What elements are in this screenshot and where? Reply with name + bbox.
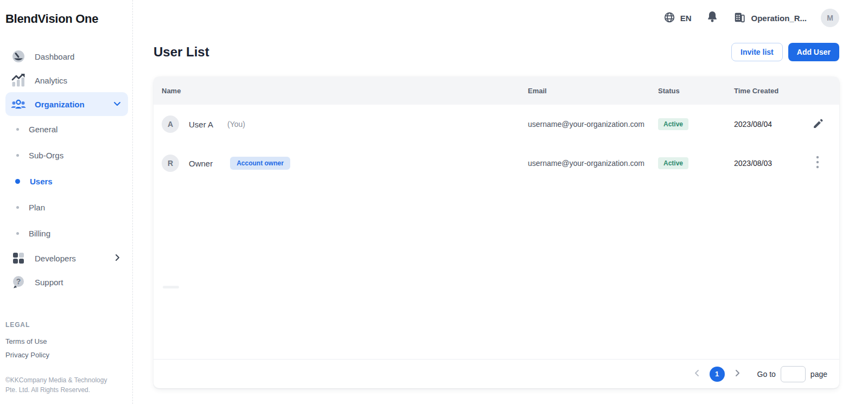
privacy-policy-link[interactable]: Privacy Policy bbox=[5, 351, 128, 359]
sidebar-item-label: Organization bbox=[35, 100, 104, 109]
next-page-button[interactable] bbox=[730, 367, 744, 381]
current-page-button[interactable]: 1 bbox=[710, 367, 725, 382]
row-menu-button[interactable] bbox=[796, 156, 839, 171]
brand-logo: BlendVision One bbox=[5, 12, 128, 26]
page-label: page bbox=[810, 370, 827, 379]
status-badge: Active bbox=[658, 118, 688, 130]
sidebar-item-label: General bbox=[29, 125, 58, 134]
add-user-button[interactable]: Add User bbox=[788, 43, 839, 61]
time-created: 2023/08/03 bbox=[734, 159, 796, 168]
bullet-icon bbox=[16, 232, 19, 235]
previous-page-button[interactable] bbox=[690, 367, 704, 381]
pencil-icon bbox=[812, 118, 823, 131]
user-table-card: Name Email Status Time Created A User A … bbox=[154, 76, 839, 388]
bullet-icon bbox=[16, 154, 19, 157]
table-header: Name Email Status Time Created bbox=[154, 76, 839, 105]
chevron-left-icon bbox=[693, 369, 701, 380]
chevron-right-icon bbox=[733, 369, 742, 380]
you-tag: (You) bbox=[227, 120, 245, 129]
bullet-icon bbox=[16, 128, 19, 131]
status-badge: Active bbox=[658, 157, 688, 169]
avatar: R bbox=[162, 155, 179, 172]
user-avatar[interactable]: M bbox=[821, 9, 839, 27]
bell-icon bbox=[707, 11, 718, 25]
developers-grid-icon bbox=[11, 252, 26, 265]
chevron-right-icon bbox=[113, 253, 122, 264]
user-email: username@your-organization.com bbox=[528, 159, 658, 168]
sidebar-item-label: Users bbox=[30, 177, 53, 186]
page-title: User List bbox=[154, 44, 209, 60]
notifications-button[interactable] bbox=[705, 11, 719, 25]
chevron-down-icon bbox=[113, 99, 122, 110]
sidebar-item-label: Developers bbox=[35, 254, 104, 263]
sidebar-item-general[interactable]: General bbox=[5, 116, 128, 142]
user-email: username@your-organization.com bbox=[528, 120, 658, 129]
column-header-status: Status bbox=[658, 87, 734, 95]
edit-user-button[interactable] bbox=[796, 118, 839, 131]
sidebar-item-support[interactable]: ? Support bbox=[5, 270, 128, 294]
bullet-icon bbox=[16, 206, 19, 209]
copyright-text: ©KKCompany Media & Technology Pte. Ltd. … bbox=[5, 375, 118, 395]
sidebar-item-developers[interactable]: Developers bbox=[5, 246, 128, 270]
invite-list-button[interactable]: Invite list bbox=[731, 43, 783, 61]
analytics-chart-icon bbox=[11, 73, 26, 87]
sidebar: BlendVision One Dashboard Analytics Orga… bbox=[0, 0, 133, 404]
goto-label: Go to bbox=[757, 370, 776, 379]
legal-heading: LEGAL bbox=[5, 321, 128, 329]
sidebar-item-plan[interactable]: Plan bbox=[5, 194, 128, 220]
column-header-email: Email bbox=[528, 87, 658, 95]
time-created: 2023/08/04 bbox=[734, 120, 796, 129]
avatar: A bbox=[162, 116, 179, 133]
kebab-menu-icon bbox=[816, 156, 819, 171]
column-header-time-created: Time Created bbox=[734, 87, 796, 95]
sidebar-item-dashboard[interactable]: Dashboard bbox=[5, 44, 128, 68]
support-question-icon: ? bbox=[11, 275, 26, 289]
title-row: User List Invite list Add User bbox=[154, 40, 839, 64]
sidebar-item-label: Sub-Orgs bbox=[29, 151, 63, 160]
building-icon bbox=[733, 11, 745, 25]
sidebar-item-organization[interactable]: Organization bbox=[5, 92, 128, 116]
main-content: EN Operation_R... M User List Invite lis… bbox=[133, 0, 868, 404]
language-selector[interactable]: EN bbox=[663, 11, 692, 25]
sidebar-item-label: Support bbox=[35, 278, 122, 287]
sidebar-item-analytics[interactable]: Analytics bbox=[5, 68, 128, 92]
sidebar-item-label: Dashboard bbox=[35, 52, 122, 61]
sidebar-item-label: Plan bbox=[29, 203, 45, 212]
svg-text:?: ? bbox=[16, 277, 21, 286]
sidebar-item-label: Billing bbox=[29, 229, 50, 238]
globe-icon bbox=[663, 11, 675, 25]
org-name-label: Operation_R... bbox=[751, 14, 807, 23]
sidebar-item-users[interactable]: Users bbox=[5, 168, 128, 194]
user-name: Owner bbox=[189, 159, 213, 168]
bullet-icon bbox=[15, 179, 20, 184]
gauge-icon bbox=[11, 49, 26, 63]
terms-of-use-link[interactable]: Terms of Use bbox=[5, 337, 128, 345]
sidebar-item-label: Analytics bbox=[35, 76, 122, 85]
sidebar-item-sub-orgs[interactable]: Sub-Orgs bbox=[5, 142, 128, 168]
language-label: EN bbox=[680, 14, 692, 23]
goto-page-input[interactable] bbox=[781, 366, 806, 382]
user-name: User A bbox=[189, 120, 213, 129]
table-empty-space bbox=[154, 183, 839, 359]
account-owner-badge: Account owner bbox=[230, 157, 290, 170]
pagination: 1 Go to page bbox=[154, 359, 839, 388]
organization-people-icon bbox=[11, 98, 26, 111]
sidebar-item-billing[interactable]: Billing bbox=[5, 220, 128, 246]
org-switcher[interactable]: Operation_R... bbox=[733, 11, 807, 25]
faint-dash bbox=[163, 286, 179, 288]
table-row: R Owner Account owner username@your-orga… bbox=[154, 144, 839, 183]
table-row: A User A (You) username@your-organizatio… bbox=[154, 105, 839, 144]
column-header-name: Name bbox=[162, 87, 528, 95]
topbar: EN Operation_R... M bbox=[154, 0, 839, 35]
legal-section: LEGAL Terms of Use Privacy Policy ©KKCom… bbox=[5, 321, 128, 395]
